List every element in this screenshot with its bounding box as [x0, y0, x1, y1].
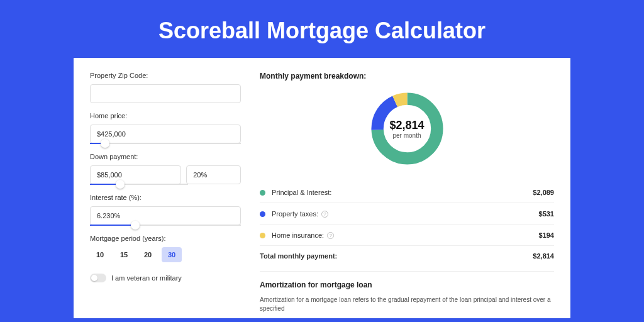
- legend-value: $194: [539, 231, 554, 239]
- period-button-15[interactable]: 15: [114, 247, 134, 262]
- field-downpayment: Down payment:: [90, 153, 241, 185]
- down-amount-input[interactable]: [90, 165, 181, 184]
- down-slider[interactable]: [90, 184, 188, 185]
- toggle-thumb-icon: [91, 275, 97, 281]
- dot-icon: [260, 211, 265, 217]
- slider-thumb-icon[interactable]: [131, 221, 140, 230]
- zip-label: Property Zip Code:: [90, 72, 241, 79]
- homeprice-label: Home price:: [90, 112, 241, 119]
- total-label: Total monthly payment:: [260, 252, 533, 260]
- total-row: Total monthly payment: $2,814: [260, 246, 554, 269]
- period-button-10[interactable]: 10: [90, 247, 110, 262]
- legend-value: $531: [539, 210, 554, 218]
- veteran-label: I am veteran or military: [111, 274, 182, 282]
- field-rate: Interest rate (%):: [90, 194, 241, 226]
- field-period: Mortgage period (years): 10 15 20 30: [90, 235, 241, 262]
- legend-label: Home insurance: ?: [272, 231, 539, 239]
- rate-input[interactable]: [90, 206, 241, 225]
- donut-center: $2,814 per month: [368, 89, 447, 168]
- calculator-card: Property Zip Code: Home price: Down paym…: [74, 58, 570, 318]
- legend-label: Property taxes: ?: [272, 210, 539, 218]
- homeprice-slider[interactable]: [90, 143, 241, 144]
- rate-slider[interactable]: [90, 225, 241, 226]
- info-icon[interactable]: ?: [327, 232, 334, 239]
- donut-chart: $2,814 per month: [260, 83, 554, 182]
- period-button-20[interactable]: 20: [138, 247, 158, 262]
- amort-body: Amortization for a mortgage loan refers …: [260, 296, 554, 313]
- form-column: Property Zip Code: Home price: Down paym…: [90, 72, 241, 313]
- down-pct-input[interactable]: [186, 165, 241, 184]
- breakdown-title: Monthly payment breakdown:: [260, 72, 554, 80]
- field-homeprice: Home price:: [90, 112, 241, 144]
- donut-amount: $2,814: [389, 119, 424, 132]
- period-button-30[interactable]: 30: [162, 247, 182, 262]
- zip-input[interactable]: [90, 84, 241, 103]
- veteran-row: I am veteran or military: [90, 274, 241, 282]
- legend-row-insurance: Home insurance: ? $194: [260, 225, 554, 245]
- legend-row-taxes: Property taxes: ? $531: [260, 203, 554, 224]
- slider-thumb-icon[interactable]: [116, 180, 125, 189]
- donut-sub: per month: [392, 132, 421, 139]
- legend-row-principal: Principal & Interest: $2,089: [260, 182, 554, 203]
- dot-icon: [260, 190, 265, 196]
- amortization-section: Amortization for mortgage loan Amortizat…: [260, 271, 554, 313]
- period-label: Mortgage period (years):: [90, 235, 241, 242]
- info-icon[interactable]: ?: [321, 211, 328, 218]
- breakdown-column: Monthly payment breakdown: $2,814 per mo…: [260, 72, 554, 313]
- homeprice-input[interactable]: [90, 125, 241, 143]
- veteran-toggle[interactable]: [90, 274, 106, 282]
- total-value: $2,814: [533, 252, 554, 260]
- rate-label: Interest rate (%):: [90, 194, 241, 201]
- period-options: 10 15 20 30: [90, 247, 241, 262]
- amort-title: Amortization for mortgage loan: [260, 280, 554, 289]
- legend-value: $2,089: [533, 189, 554, 196]
- down-label: Down payment:: [90, 153, 241, 160]
- legend-label: Principal & Interest:: [272, 189, 533, 196]
- page-title: Scoreball Mortgage Calculator: [0, 0, 644, 58]
- dot-icon: [260, 233, 265, 238]
- field-zip: Property Zip Code:: [90, 72, 241, 103]
- slider-thumb-icon[interactable]: [101, 139, 109, 148]
